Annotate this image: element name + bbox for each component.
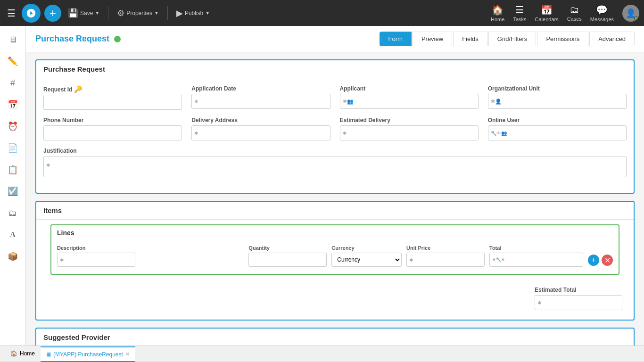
justification-input[interactable] (43, 156, 627, 177)
messages-nav[interactable]: 💬 Messages (590, 4, 614, 22)
sidebar-icon-document[interactable]: 📄 (4, 139, 22, 157)
justification-field: Justification (43, 148, 627, 179)
justification-icon (46, 162, 50, 168)
estimated-delivery-input[interactable] (340, 125, 479, 140)
status-dot (114, 36, 121, 42)
sidebar-icon-edit[interactable]: ✏️ (4, 52, 22, 70)
content-area: Purchase Request Form Preview Fields Gri… (26, 26, 644, 346)
logo (22, 4, 41, 23)
sidebar-icon-folder[interactable]: 🗂 (4, 204, 22, 222)
save-action[interactable]: 💾 Save ▼ (65, 6, 102, 20)
tasks-nav[interactable]: ☰ Tasks (513, 4, 526, 22)
application-date-icon (194, 98, 198, 105)
total-label: Total (489, 245, 583, 251)
estimated-total-input[interactable] (535, 295, 622, 310)
estimated-delivery-input-wrapper (340, 125, 479, 140)
unit-price-label: Unit Price (406, 245, 485, 251)
lines-body: Description Quantity (51, 240, 619, 274)
total-input-wrapper: ✱🔧✱ (489, 253, 583, 267)
home-tab-label: Home (20, 350, 35, 357)
sidebar-icon-desktop[interactable]: 🖥 (4, 31, 22, 49)
page-title-container: Purchase Request (35, 34, 121, 44)
tab-navigation: Form Preview Fields Grid/Filters Permiss… (380, 32, 635, 46)
estimated-total-row: Estimated Total (43, 282, 627, 315)
org-unit-icon: ✱👤 (491, 99, 502, 105)
lines-unit-price-col: Unit Price (406, 245, 485, 267)
sidebar-icon-text[interactable]: A (4, 226, 22, 244)
online-user-icon: 🔧👁👥 (491, 131, 507, 136)
messages-icon: 💬 (596, 4, 608, 16)
purchase-request-section-body: Request Id 🔑 Application Date (36, 78, 634, 193)
sidebar-icon-hash[interactable]: # (4, 74, 22, 92)
tab-close-button[interactable]: ✕ (125, 351, 130, 357)
tab-purchase-request-bottom[interactable]: ▦ (MYAPP) PurchaseRequest ✕ (41, 346, 135, 362)
calendars-nav[interactable]: 📅 Calendars (535, 4, 559, 22)
online-user-input-wrapper: 🔧👁👥 (488, 125, 627, 140)
delivery-address-label: Delivery Address (191, 117, 330, 123)
cases-icon: 🗂 (570, 4, 579, 15)
sidebar-icon-clipboard[interactable]: 📋 (4, 161, 22, 179)
quantity-input[interactable] (248, 253, 327, 267)
applicant-icon: ✱👥 (343, 99, 354, 105)
toolbar: ☰ + 💾 Save ▼ ⚙ Properties ▼ ▶ Publish ▼ … (0, 0, 644, 26)
save-dropdown-icon[interactable]: ▼ (95, 10, 99, 16)
form-row-2: Phone Number Delivery Address Estimated … (43, 117, 627, 140)
online-user-field: Online User 🔧👁👥 (488, 117, 627, 140)
online-user-input[interactable] (488, 125, 627, 140)
request-id-label: Request Id 🔑 (43, 85, 182, 93)
applicant-label: Applicant (340, 85, 479, 92)
tab-home-bottom[interactable]: 🏠 Home (5, 346, 41, 362)
items-section-header: Items (36, 202, 634, 220)
remove-line-button[interactable]: ✕ (602, 255, 613, 266)
description-input[interactable] (57, 253, 135, 267)
delivery-address-icon (194, 130, 198, 136)
currency-label: Currency (331, 245, 402, 251)
org-unit-input[interactable] (488, 94, 627, 109)
applicant-input[interactable] (340, 94, 479, 109)
tab-fields[interactable]: Fields (453, 32, 487, 46)
estimated-total-input-wrapper (535, 295, 619, 310)
main-layout: 🖥 ✏️ # 📅 ⏰ 📄 📋 ☑️ 🗂 A 📦 Purchase Request… (0, 26, 644, 346)
tab-permissions[interactable]: Permissions (537, 32, 588, 46)
separator-1 (108, 6, 108, 20)
add-line-button[interactable]: + (588, 255, 599, 266)
add-button[interactable]: + (44, 5, 61, 22)
properties-dropdown-icon[interactable]: ▼ (154, 10, 159, 16)
total-icon: ✱🔧✱ (492, 257, 505, 262)
sidebar-icon-clock[interactable]: ⏰ (4, 117, 22, 135)
sidebar-icon-package[interactable]: 📦 (4, 247, 22, 265)
suggested-provider-header: Suggested Provider (36, 329, 634, 346)
phone-number-input[interactable] (43, 125, 182, 140)
hamburger-menu[interactable]: ☰ (5, 5, 18, 21)
request-id-input[interactable] (43, 95, 182, 110)
sidebar-icon-calendar[interactable]: 📅 (4, 96, 22, 114)
form-row-3: Justification (43, 148, 627, 179)
properties-action[interactable]: ⚙ Properties ▼ (114, 6, 162, 20)
description-input-wrapper (57, 253, 244, 267)
application-date-input[interactable] (191, 94, 330, 109)
application-date-input-wrapper (191, 94, 330, 109)
tab-form[interactable]: Form (380, 32, 412, 46)
tab-grid-filters[interactable]: Grid/Filters (488, 32, 537, 46)
applicant-field: Applicant ✱👥 (340, 85, 479, 110)
org-unit-input-wrapper: ✱👤 (488, 94, 627, 109)
tab-preview[interactable]: Preview (413, 32, 452, 46)
lines-section: Lines Description (50, 224, 619, 275)
cases-nav[interactable]: 🗂 Cases (567, 4, 582, 22)
publish-dropdown-icon[interactable]: ▼ (205, 10, 210, 16)
tab-advanced[interactable]: Advanced (589, 32, 635, 46)
purchase-tab-label: (MYAPP) PurchaseRequest (53, 351, 123, 358)
currency-select[interactable]: CurrencyUSDEURGBP (331, 253, 402, 267)
justification-label: Justification (43, 148, 627, 154)
quantity-label: Quantity (248, 245, 327, 251)
home-icon: 🏠 (492, 4, 504, 16)
calendars-icon: 📅 (541, 4, 553, 16)
delivery-address-input[interactable] (191, 125, 330, 140)
form-area: Purchase Request Request Id 🔑 Applica (26, 52, 644, 346)
unit-price-input[interactable] (406, 253, 485, 267)
online-user-label: Online User (488, 117, 627, 123)
avatar[interactable]: 👤 (622, 5, 639, 22)
home-nav[interactable]: 🏠 Home (491, 4, 504, 22)
publish-action[interactable]: ▶ Publish ▼ (173, 6, 213, 20)
sidebar-icon-checkbox[interactable]: ☑️ (4, 182, 22, 200)
